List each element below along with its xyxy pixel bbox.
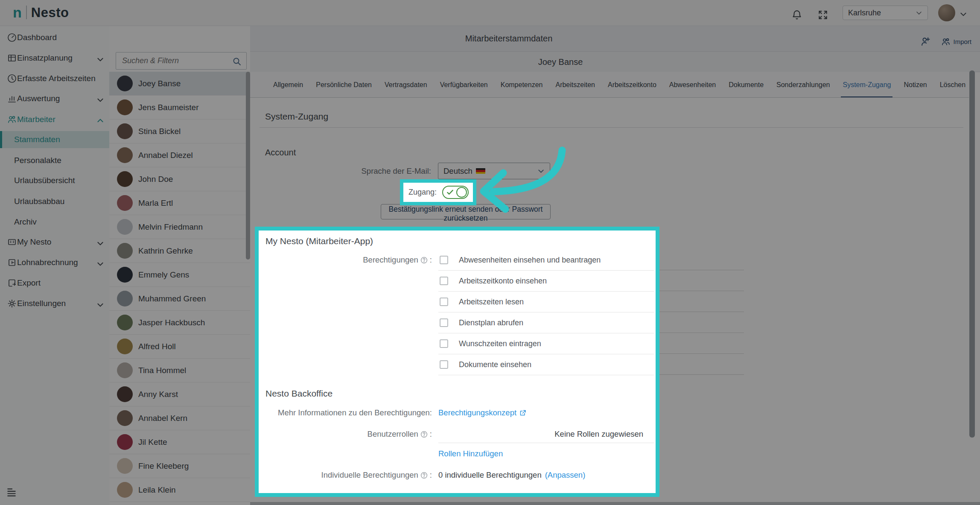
export-icon xyxy=(7,278,17,288)
employee-row[interactable]: Jens Baumeister xyxy=(109,96,250,120)
avatar xyxy=(117,267,133,283)
user-menu-chevron-icon[interactable] xyxy=(960,10,967,18)
section-title: System-Zugang xyxy=(265,111,328,122)
employee-row[interactable]: Stina Bickel xyxy=(109,120,250,143)
external-link-icon[interactable] xyxy=(519,409,527,417)
employee-name: Melvin Friedmann xyxy=(138,222,203,232)
individual-permissions-label: Individuelle Berechtigungen : xyxy=(259,470,432,480)
question-icon[interactable] xyxy=(420,431,428,438)
sidebar-label: Urlaubsübersicht xyxy=(14,176,75,185)
roles-empty-value: Keine Rollen zugewiesen xyxy=(554,429,643,439)
employee-row[interactable]: Fine Kleeberg xyxy=(109,454,250,478)
tab-arbeitszeitkonto[interactable]: Arbeitszeitkonto xyxy=(607,72,657,98)
tab-system-zugang[interactable]: System-Zugang xyxy=(842,72,892,98)
sidebar-item-archiv[interactable]: Archiv xyxy=(0,212,109,232)
chevron-down-icon xyxy=(96,301,104,309)
sidebar-item-urlaubsabbau[interactable]: Urlaubsabbau xyxy=(0,191,109,212)
sidebar-item-erfasste-arbeitszeiten[interactable]: Erfasste Arbeitszeiten xyxy=(0,68,109,89)
sidebar-item-stammdaten[interactable]: Stammdaten xyxy=(0,131,109,148)
zugang-toggle[interactable] xyxy=(442,186,469,199)
berechtigungskonzept-link[interactable]: Berechtigungskonzept xyxy=(438,408,516,417)
employee-row[interactable]: John Doe xyxy=(109,167,250,191)
employee-row[interactable]: Jil Kette xyxy=(109,430,250,454)
employee-row[interactable]: Marla Ertl xyxy=(109,191,250,215)
employee-list-scrollbar[interactable] xyxy=(246,72,250,260)
notifications-bell-icon[interactable] xyxy=(791,9,802,20)
sidebar-item-dashboard[interactable]: Dashboard xyxy=(0,27,109,48)
sidebar-label: Dashboard xyxy=(17,33,57,42)
import-button[interactable]: Import xyxy=(941,37,971,47)
employee-name-title: Joey Banse xyxy=(538,57,583,67)
employee-row[interactable]: Muhammed Green xyxy=(109,287,250,311)
tab-abwesenheiten[interactable]: Abwesenheiten xyxy=(668,72,717,98)
employee-row[interactable]: Alfred Holl xyxy=(109,335,250,359)
page-title-band: Mitarbeiterstammdaten Import xyxy=(250,26,980,52)
checkbox-arbeitszeiten-lesen[interactable] xyxy=(440,298,448,306)
sidebar-item-export[interactable]: Export xyxy=(0,273,109,293)
sidebar-item-einsatzplanung[interactable]: Einsatzplanung xyxy=(0,48,109,68)
sidebar-item-personalakte[interactable]: Personalakte xyxy=(0,150,109,171)
employee-row[interactable]: Annabel Diezel xyxy=(109,143,250,167)
tab-allgemein[interactable]: Allgemein xyxy=(272,72,304,98)
employee-row[interactable]: Leila Klein xyxy=(109,478,250,502)
tab-notizen[interactable]: Notizen xyxy=(903,72,928,98)
resend-confirmation-button[interactable]: Bestätigungslink erneut senden oder Pass… xyxy=(381,204,551,219)
sidebar-item-mitarbeiter[interactable]: Mitarbeiter xyxy=(0,109,109,130)
employee-row[interactable]: Emmely Gens xyxy=(109,263,250,287)
employee-row[interactable]: Kathrin Gehrke xyxy=(109,239,250,263)
add-roles-link[interactable]: Rollen Hinzufügen xyxy=(438,449,503,458)
employee-row[interactable]: Joey Banse xyxy=(109,72,250,96)
tab-persoenliche-daten[interactable]: Persönliche Daten xyxy=(315,72,373,98)
avatar xyxy=(117,482,133,498)
row-divider xyxy=(659,291,744,291)
checkbox-dienstplan[interactable] xyxy=(440,318,448,327)
list-toggle-icon[interactable] xyxy=(6,487,17,497)
tab-loeschen[interactable]: Löschen xyxy=(939,72,967,98)
checkbox-label: Arbeitszeiten lesen xyxy=(459,298,524,307)
account-heading: Account xyxy=(265,148,296,158)
sidebar-label: Erfasste Arbeitszeiten xyxy=(17,74,96,83)
employee-name: Alfred Holl xyxy=(138,342,176,351)
checkbox-wunschzeiten[interactable] xyxy=(440,339,448,348)
search-input[interactable] xyxy=(116,53,246,69)
employee-name: Stina Bickel xyxy=(138,127,181,136)
tab-verfuegbarkeiten[interactable]: Verfügbarkeiten xyxy=(439,72,489,98)
tab-kompetenzen[interactable]: Kompetenzen xyxy=(500,72,544,98)
employee-name: Annabel Diezel xyxy=(138,151,193,160)
fullscreen-icon[interactable] xyxy=(817,9,828,20)
email-language-select[interactable]: Deutsch xyxy=(438,163,550,179)
employee-row-partial[interactable] xyxy=(109,502,250,505)
tab-dokumente[interactable]: Dokumente xyxy=(728,72,764,98)
sidebar-item-auswertung[interactable]: Auswertung xyxy=(0,88,109,109)
sidebar-item-lohnabrechnung[interactable]: Lohnabrechnung xyxy=(0,252,109,273)
question-icon[interactable] xyxy=(420,257,428,264)
employee-row[interactable]: Annabel Kern xyxy=(109,406,250,430)
tab-vertragsdaten[interactable]: Vertragsdaten xyxy=(384,72,428,98)
sidebar-item-my-nesto[interactable]: My Nesto xyxy=(0,232,109,252)
employee-row[interactable]: Melvin Friedmann xyxy=(109,215,250,239)
checkbox-arbeitszeitkonto[interactable] xyxy=(440,277,448,285)
employee-row[interactable]: Tina Hommel xyxy=(109,359,250,382)
row-divider xyxy=(438,312,654,312)
employee-name-band: Joey Banse xyxy=(250,52,980,72)
checkbox-label: Abwesenheiten einsehen und beantragen xyxy=(459,256,601,265)
adjust-link[interactable]: (Anpassen) xyxy=(545,470,586,480)
employee-row[interactable]: Jasper Hackbusch xyxy=(109,311,250,335)
sidebar-item-urlaubsuebersicht[interactable]: Urlaubsübersicht xyxy=(0,170,109,191)
gauge-icon xyxy=(7,32,17,43)
location-select[interactable]: Karlsruhe xyxy=(843,6,928,20)
add-employee-icon[interactable] xyxy=(920,36,931,47)
sidebar-item-einstellungen[interactable]: Einstellungen xyxy=(0,293,109,314)
tab-arbeitszeiten[interactable]: Arbeitszeiten xyxy=(554,72,596,98)
tab-sonderzahlungen[interactable]: Sonderzahlungen xyxy=(776,72,831,98)
user-avatar[interactable] xyxy=(938,4,955,21)
checkbox-dokumente[interactable] xyxy=(440,360,448,369)
chevron-down-icon xyxy=(96,239,104,247)
search-icon[interactable] xyxy=(232,56,242,67)
main-scrollbar[interactable] xyxy=(969,70,975,438)
checkbox-abwesenheiten[interactable] xyxy=(440,256,448,264)
employee-row[interactable]: Anny Karst xyxy=(109,382,250,406)
employee-list: Joey Banse Jens Baumeister Stina Bickel … xyxy=(109,72,250,505)
question-icon[interactable] xyxy=(420,472,428,479)
chevron-down-icon xyxy=(96,55,104,63)
